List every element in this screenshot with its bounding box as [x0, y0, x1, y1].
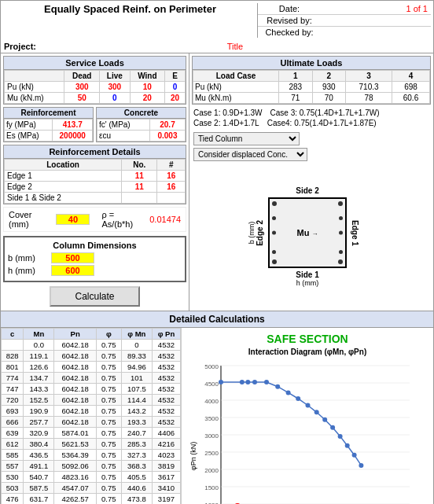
ul-pu-label: Pu (kN): [193, 82, 279, 93]
reinforcement-section: Reinforcement fy (MPa) 413.7 Es (MPa) 20…: [3, 107, 94, 142]
sl-dead-header: Dead: [64, 71, 100, 82]
edge2-label: Edge 2: [256, 220, 264, 246]
sl-e-header: E: [165, 71, 186, 82]
svg-point-34: [286, 390, 291, 395]
sl-mu-wind: 20: [130, 93, 165, 104]
detail-calc-title: Detailed Calculations: [0, 311, 434, 328]
table-row: 530 540.7 4823.16 0.75 405.5 3617: [2, 472, 181, 483]
rd-edge1-loc: Edge 1: [5, 171, 122, 182]
case1-text: Case 1: 0.9D+1.3W: [193, 109, 263, 117]
svg-text:3500: 3500: [204, 415, 219, 422]
ul-4-header: 4: [392, 71, 429, 82]
ul-mu-label: Mu (kN.m): [193, 93, 279, 104]
date-value: [321, 3, 403, 14]
svg-point-28: [219, 380, 223, 384]
rd-edge2-no: 11: [122, 182, 157, 193]
reinf-details-title: Reinforcement Details: [4, 145, 186, 159]
svg-point-31: [252, 380, 257, 384]
ecu-value: 0.003: [149, 131, 185, 142]
displaced-dropdown[interactable]: Consider displaced Conc. Ignore displace…: [193, 148, 307, 161]
date-label: Date:: [258, 3, 321, 14]
sl-pu-e: 0: [165, 82, 186, 93]
rd-edge2-loc: Edge 2: [5, 182, 122, 193]
table-row: 693 190.9 6042.18 0.75 143.2 4532: [2, 406, 181, 417]
cover-label: Cover (mm): [9, 210, 52, 229]
svg-text:3000: 3000: [204, 432, 219, 440]
table-row: 801 126.6 6042.18 0.75 94.96 4532: [2, 362, 181, 373]
svg-text:2000: 2000: [204, 467, 219, 474]
b-label: b (mm): [8, 253, 51, 263]
svg-point-38: [322, 418, 327, 422]
dt-c-header: c: [2, 329, 24, 340]
ul-2-header: 2: [312, 71, 346, 82]
svg-point-35: [296, 396, 300, 401]
table-row: 503 587.5 4547.07 0.75 440.6 3410: [2, 483, 181, 494]
rho-value: 0.01474: [149, 215, 181, 224]
table-row: 828 119.1 6042.18 0.75 89.33 4532: [2, 351, 181, 362]
mu-diagram-label: Mu →: [297, 228, 318, 237]
b-mm-label: b (mm): [248, 222, 256, 245]
svg-point-29: [240, 380, 245, 384]
ul-3-header: 3: [346, 71, 392, 82]
ul-case-header: Load Case: [193, 71, 279, 82]
calculate-button[interactable]: Calculate: [50, 286, 139, 307]
fy-label: fy (MPa): [5, 120, 53, 131]
concrete-section: Concrete fc' (MPa) 20.7 εcu 0.003: [96, 107, 186, 142]
table-row: 774 134.7 6042.18 0.75 101 4532: [2, 373, 181, 384]
svg-text:4500: 4500: [204, 381, 219, 388]
svg-text:4000: 4000: [204, 398, 219, 405]
table-row: 557 491.1 5092.06 0.75 368.3 3819: [2, 461, 181, 472]
column-type-dropdown[interactable]: Tied Column Spiral Column: [193, 132, 300, 145]
sl-pu-label: Pu (kN): [5, 82, 64, 93]
dt-pn-header: Pn: [54, 329, 96, 340]
sl-mu-live: 0: [100, 93, 130, 104]
title-text: Equally Spaced Reinf. on Perimeter: [3, 3, 258, 38]
fc-value: 20.7: [149, 120, 185, 131]
table-row: 0.0 6042.18 0.75 0 4532: [2, 340, 181, 351]
b-value: 500: [51, 252, 94, 263]
dt-phipn-header: φ Pn: [152, 329, 180, 340]
col-dim-title: Column Dimensions: [8, 241, 182, 250]
interaction-diagram-chart: φPn (kN) 5000 4500 4000 3500: [189, 358, 425, 504]
safe-section-label: SAFE SECTION: [184, 330, 431, 348]
ul-pu-4: 698: [392, 82, 429, 93]
case4-text: Case4: 0.75(1.4D+1.7L+1.87E): [267, 119, 377, 127]
sl-wind-header: Wind: [130, 71, 165, 82]
dt-phimn-header: φ Mn: [121, 329, 152, 340]
ul-mu-1: 71: [279, 93, 313, 104]
svg-point-36: [306, 403, 311, 408]
reinf-details-section: Reinforcement Details Location No. # Edg…: [3, 145, 186, 204]
dt-mn-header: Mn: [24, 329, 54, 340]
conc-title: Concrete: [97, 108, 186, 119]
rd-loc-header: Location: [5, 160, 122, 171]
svg-point-43: [359, 463, 363, 468]
es-label: Es (MPa): [5, 131, 53, 142]
ul-mu-2: 70: [312, 93, 346, 104]
rd-hash-header: #: [157, 160, 186, 171]
table-row: 612 380.4 5621.53 0.75 285.3 4216: [2, 439, 181, 450]
table-row: 476 631.7 4262.57 0.75 473.8 3197: [2, 494, 181, 505]
ultimate-loads-section: Ultimate Loads Load Case 1 2 3 4 Pu (kN)…: [192, 56, 431, 105]
ul-pu-1: 283: [279, 82, 313, 93]
svg-text:1500: 1500: [204, 484, 219, 491]
fy-value: 413.7: [53, 120, 93, 131]
service-loads-title: Service Loads: [4, 57, 186, 70]
svg-point-33: [275, 384, 280, 389]
rd-side12-loc: Side 1 & Side 2: [5, 193, 122, 204]
svg-point-37: [314, 410, 319, 414]
svg-point-32: [264, 380, 269, 384]
h-label: h (mm): [8, 266, 51, 275]
table-row: 720 152.5 6042.18 0.75 114.4 4532: [2, 395, 181, 406]
ul-pu-3: 710.3: [346, 82, 392, 93]
sl-live-header: Live: [100, 71, 130, 82]
h-value: 600: [51, 265, 94, 276]
app-container: Equally Spaced Reinf. on Perimeter Date:…: [0, 0, 434, 504]
ecu-label: εcu: [97, 131, 150, 142]
h-mm-label: h (mm): [256, 279, 359, 287]
rd-side12-hash: [157, 193, 186, 204]
project-title: Title: [40, 42, 430, 51]
chart-title: Interaction Diagram (φMn, φPn): [184, 348, 431, 356]
svg-point-42: [352, 453, 357, 458]
reinf-title: Reinforcement: [4, 108, 93, 119]
revised-label: Revised by:: [258, 15, 321, 26]
